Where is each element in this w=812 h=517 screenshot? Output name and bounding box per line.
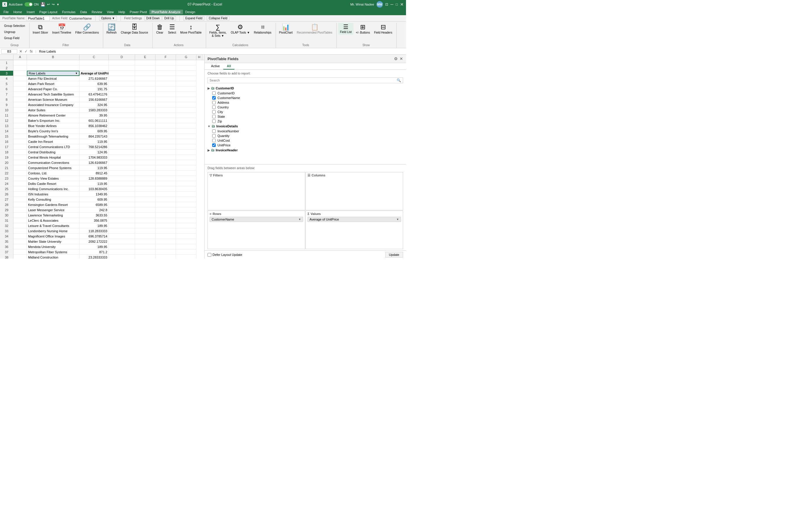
cell-b8[interactable]: American Science Museum: [27, 97, 80, 102]
cell-c4[interactable]: 271.6166667: [80, 76, 109, 81]
cell-a29[interactable]: [13, 207, 27, 213]
cell-d15[interactable]: [109, 134, 135, 139]
cell-d36[interactable]: [109, 244, 135, 249]
cell-a21[interactable]: [13, 165, 27, 171]
update-button[interactable]: Update: [385, 252, 403, 257]
cell-d2[interactable]: [109, 65, 135, 71]
field-country-checkbox[interactable]: [212, 105, 216, 109]
cell-a33[interactable]: [13, 229, 27, 234]
cell-b35[interactable]: Mahler State University: [27, 239, 80, 244]
function-icon[interactable]: fx: [29, 49, 34, 54]
cell-e33[interactable]: [135, 229, 155, 234]
cell-g4[interactable]: [176, 76, 196, 81]
cell-d11[interactable]: [109, 113, 135, 118]
cell-d37[interactable]: [109, 249, 135, 255]
cell-g6[interactable]: [176, 87, 196, 92]
cell-a22[interactable]: [13, 171, 27, 176]
filter-connections-button[interactable]: 🔗 Filter Connections: [74, 23, 101, 35]
cell-c22[interactable]: 8912.45: [80, 171, 109, 176]
rows-area[interactable]: ≡ Rows CustomerName ▼: [207, 211, 305, 249]
cell-e26[interactable]: [135, 192, 155, 197]
refresh-button[interactable]: 🔄 Refresh: [105, 23, 118, 35]
cell-c30[interactable]: 3633.55: [80, 213, 109, 218]
cell-g38[interactable]: [176, 255, 196, 258]
cell-e37[interactable]: [135, 249, 155, 255]
undo-icon[interactable]: ↩: [47, 2, 50, 6]
cell-e8[interactable]: [135, 97, 155, 102]
cell-f34[interactable]: [155, 234, 176, 239]
cell-e2[interactable]: [135, 65, 155, 71]
cell-e19[interactable]: [135, 155, 155, 160]
pivot-panel-close-button[interactable]: ✕: [400, 56, 403, 61]
field-list-button[interactable]: ☰ Field List: [338, 23, 353, 35]
clear-button[interactable]: 🗑 Clear: [154, 23, 166, 35]
cell-c24[interactable]: 119.95: [80, 181, 109, 186]
cell-b5[interactable]: Adam Park Resort: [27, 81, 80, 87]
invoicedetails-group-header[interactable]: ▼ 🗂 InvoiceDetails: [207, 124, 403, 129]
cell-c11[interactable]: 39.95: [80, 113, 109, 118]
cell-g19[interactable]: [176, 155, 196, 160]
cell-b7[interactable]: Advanced Tech Satellite System: [27, 92, 80, 97]
plus-minus-buttons-button[interactable]: ⊞ +/- Buttons: [354, 23, 372, 35]
cell-c1[interactable]: [80, 60, 109, 65]
cell-a9[interactable]: [13, 102, 27, 108]
cell-d38[interactable]: [109, 255, 135, 258]
cell-c6[interactable]: 191.75: [80, 87, 109, 92]
cell-g23[interactable]: [176, 176, 196, 181]
cell-b22[interactable]: Contoso, Ltd.: [27, 171, 80, 176]
cell-g10[interactable]: [176, 108, 196, 113]
cell-b33[interactable]: Londonberry Nursing Home: [27, 229, 80, 234]
cell-g13[interactable]: [176, 123, 196, 128]
cell-f27[interactable]: [155, 197, 176, 202]
cell-a35[interactable]: [13, 239, 27, 244]
cell-a31[interactable]: [13, 218, 27, 223]
col-header-e[interactable]: E: [135, 55, 155, 60]
confirm-icon[interactable]: ✓: [24, 49, 28, 54]
cell-f36[interactable]: [155, 244, 176, 249]
maximize-button[interactable]: □: [396, 2, 398, 6]
cell-g11[interactable]: [176, 113, 196, 118]
cell-f7[interactable]: [155, 92, 176, 97]
cell-a2[interactable]: [13, 65, 27, 71]
cell-c19[interactable]: 1704.983333: [80, 155, 109, 160]
cell-e15[interactable]: [135, 134, 155, 139]
cell-e17[interactable]: [135, 144, 155, 150]
select-button[interactable]: ☰ Select: [166, 23, 178, 35]
cell-c16[interactable]: 119.95: [80, 139, 109, 144]
cell-f16[interactable]: [155, 139, 176, 144]
group-field-button[interactable]: Group Field: [2, 35, 27, 41]
cell-f32[interactable]: [155, 223, 176, 229]
cell-b10[interactable]: Astor Suites: [27, 108, 80, 113]
cell-g12[interactable]: [176, 118, 196, 123]
menu-view[interactable]: View: [105, 10, 116, 14]
cell-a28[interactable]: [13, 202, 27, 207]
cell-f38[interactable]: [155, 255, 176, 258]
cell-b32[interactable]: Leisure & Travel Consultants: [27, 223, 80, 229]
cell-a10[interactable]: [13, 108, 27, 113]
recommended-pivottables-button[interactable]: 📋 Recommended PivotTables: [295, 23, 334, 35]
cell-c10[interactable]: 1583.283333: [80, 108, 109, 113]
cell-d24[interactable]: [109, 181, 135, 186]
relationships-button[interactable]: ⌗ Relationships: [252, 23, 273, 35]
cell-e23[interactable]: [135, 176, 155, 181]
cell-f33[interactable]: [155, 229, 176, 234]
cell-g1[interactable]: [176, 60, 196, 65]
drill-up-button[interactable]: Drill Up: [162, 16, 176, 21]
cell-d23[interactable]: [109, 176, 135, 181]
col-header-c[interactable]: C: [80, 55, 109, 60]
cell-a8[interactable]: [13, 97, 27, 102]
cell-f30[interactable]: [155, 213, 176, 218]
cell-d6[interactable]: [109, 87, 135, 92]
cell-c37[interactable]: 871.2: [80, 249, 109, 255]
cell-b15[interactable]: Breakthrough Telemarketing: [27, 134, 80, 139]
expand-field-btn[interactable]: Expand Field: [183, 16, 204, 21]
name-box[interactable]: [1, 49, 17, 54]
cell-a5[interactable]: [13, 81, 27, 87]
cell-e31[interactable]: [135, 218, 155, 223]
cell-e24[interactable]: [135, 181, 155, 186]
cell-f23[interactable]: [155, 176, 176, 181]
cell-f24[interactable]: [155, 181, 176, 186]
cell-b11[interactable]: Atmore Retirement Center: [27, 113, 80, 118]
cell-e4[interactable]: [135, 76, 155, 81]
cell-f37[interactable]: [155, 249, 176, 255]
